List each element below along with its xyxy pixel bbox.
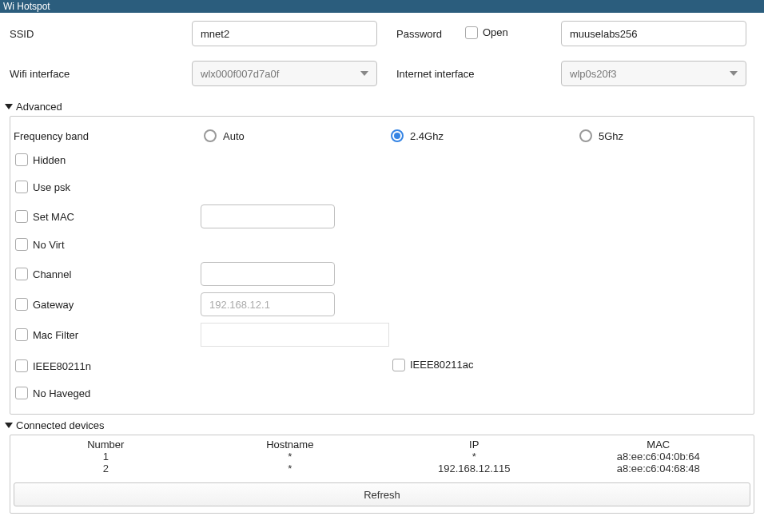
gateway-input[interactable]: [201, 292, 335, 316]
freq-5-label: 5Ghz: [599, 130, 623, 142]
radio-button: [391, 129, 404, 142]
col-ip: IP: [382, 439, 567, 451]
ieee80211ac-label: IEEE80211ac: [410, 359, 474, 371]
ieee80211n-label: IEEE80211n: [33, 360, 91, 372]
freq-auto-label: Auto: [223, 130, 245, 142]
chevron-down-icon: [730, 71, 738, 76]
col-hostname: Hostname: [198, 439, 383, 451]
open-checkbox[interactable]: Open: [465, 26, 508, 39]
freq-24-radio[interactable]: 2.4Ghz: [391, 129, 579, 142]
gateway-checkbox[interactable]: Gateway: [15, 298, 74, 311]
mac-filter-checkbox[interactable]: Mac Filter: [15, 328, 78, 341]
ssid-label: SSID: [10, 28, 34, 40]
col-mac: MAC: [567, 439, 751, 451]
gateway-label: Gateway: [33, 299, 74, 311]
use-psk-label: Use psk: [33, 181, 70, 193]
freq-5-radio[interactable]: 5Ghz: [579, 129, 623, 142]
cell-ip: *: [382, 451, 567, 463]
use-psk-checkbox[interactable]: Use psk: [15, 181, 70, 193]
password-input[interactable]: [561, 21, 746, 46]
hidden-label: Hidden: [33, 154, 66, 166]
checkbox-box: [15, 210, 28, 223]
internet-interface-value: wlp0s20f3: [570, 68, 617, 80]
ssid-input[interactable]: [192, 21, 377, 46]
advanced-panel: Frequency band Auto 2.4Ghz 5Ghz: [10, 116, 754, 415]
disclosure-triangle-icon: [5, 423, 13, 428]
no-virt-label: No Virt: [33, 239, 65, 251]
set-mac-input[interactable]: [201, 204, 335, 228]
checkbox-box: [15, 298, 28, 311]
radio-button: [204, 129, 217, 142]
checkbox-box: [465, 26, 478, 39]
internet-interface-select[interactable]: wlp0s20f3: [561, 61, 746, 86]
checkbox-box: [15, 181, 28, 193]
mac-filter-box[interactable]: [201, 323, 389, 347]
cell-mac: a8:ee:c6:04:0b:64: [567, 451, 751, 463]
cell-ip: 192.168.12.115: [382, 463, 567, 474]
checkbox-box: [15, 328, 28, 341]
freq-24-label: 2.4Ghz: [410, 130, 444, 142]
internet-interface-label: Internet interface: [396, 68, 475, 80]
cell-number: 1: [14, 451, 198, 463]
disclosure-triangle-icon: [5, 104, 13, 109]
set-mac-checkbox[interactable]: Set MAC: [15, 210, 74, 223]
wifi-interface-label: Wifi interface: [10, 68, 70, 80]
connected-devices-header[interactable]: Connected devices: [5, 419, 754, 431]
cell-mac: a8:ee:c6:04:68:48: [567, 463, 751, 474]
checkbox-box: [15, 153, 28, 166]
checkbox-box: [392, 359, 405, 371]
window-title: Wi Hotspot: [3, 1, 50, 12]
open-label: Open: [483, 26, 508, 38]
advanced-header[interactable]: Advanced: [5, 101, 754, 113]
no-haveged-label: No Haveged: [33, 387, 90, 399]
checkbox-box: [15, 387, 28, 399]
checkbox-box: [15, 268, 28, 280]
no-haveged-checkbox[interactable]: No Haveged: [15, 387, 90, 399]
window-titlebar: Wi Hotspot: [0, 0, 764, 13]
checkbox-box: [15, 359, 28, 372]
set-mac-label: Set MAC: [33, 211, 74, 223]
col-number: Number: [14, 439, 198, 451]
table-row: 2 * 192.168.12.115 a8:ee:c6:04:68:48: [14, 463, 750, 474]
cell-hostname: *: [198, 463, 383, 474]
wifi-interface-select[interactable]: wlx000f007d7a0f: [192, 61, 377, 86]
ieee80211n-checkbox[interactable]: IEEE80211n: [15, 359, 91, 372]
channel-checkbox[interactable]: Channel: [15, 268, 71, 280]
advanced-header-label: Advanced: [16, 101, 62, 113]
ieee80211ac-checkbox[interactable]: IEEE80211ac: [392, 359, 474, 371]
hidden-checkbox[interactable]: Hidden: [15, 153, 66, 166]
cell-hostname: *: [198, 451, 383, 463]
table-row: 1 * * a8:ee:c6:04:0b:64: [14, 451, 750, 463]
mac-filter-label: Mac Filter: [33, 329, 78, 341]
channel-label: Channel: [33, 268, 71, 280]
wifi-interface-value: wlx000f007d7a0f: [201, 68, 279, 80]
frequency-label: Frequency band: [14, 130, 89, 142]
radio-button: [579, 129, 592, 142]
chevron-down-icon: [360, 71, 368, 76]
connected-devices-panel: Number Hostname IP MAC 1 * * a8:ee:c6:04…: [10, 435, 754, 514]
refresh-button[interactable]: Refresh: [14, 482, 750, 506]
no-virt-checkbox[interactable]: No Virt: [15, 238, 65, 251]
checkbox-box: [15, 238, 28, 251]
channel-input[interactable]: [201, 262, 335, 286]
cell-number: 2: [14, 463, 198, 474]
devices-table-header: Number Hostname IP MAC: [14, 439, 750, 451]
password-label: Password: [396, 28, 442, 40]
connected-devices-header-label: Connected devices: [16, 419, 105, 431]
freq-auto-radio[interactable]: Auto: [204, 129, 391, 142]
